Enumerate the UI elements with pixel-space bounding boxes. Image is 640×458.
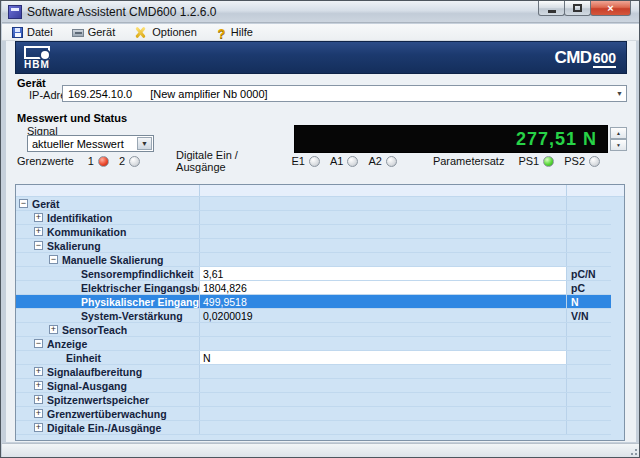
tree-row-value [200,407,567,420]
expand-icon[interactable]: + [34,213,43,222]
tree-row-ger-t[interactable]: −Gerät [16,197,611,211]
tree-row-kommunikation[interactable]: +Kommunikation [16,225,611,239]
menu-bar: DateiGerätOptionen?Hilfe [2,24,639,41]
status-led-row: Grenzwerte12Digitale Ein / AusgängeE1A1A… [17,154,636,168]
expand-icon[interactable]: + [34,409,43,418]
floppy-disk-icon [12,27,23,38]
tree-row-value[interactable]: N [200,351,567,364]
expand-icon[interactable]: + [34,367,43,376]
tree-row-skalierung[interactable]: −Skalierung [16,239,611,253]
collapse-icon[interactable]: − [19,199,28,208]
status-bar [2,443,639,457]
status-item-label: E1 [291,155,304,167]
tree-row-label: Sensorempfindlichkeit [81,268,194,280]
chevron-down-icon[interactable]: ▼ [137,137,152,150]
hbm-logo-text: HBM [24,59,50,70]
menu-item-datei[interactable]: Datei [8,25,60,40]
tree-row-elektrischer-eingangsbereich[interactable]: Elektrischer Eingangsbereich1804,826pC [16,281,611,295]
tree-row-unit [567,407,611,420]
expand-icon[interactable]: + [34,423,43,432]
tree-row-unit: N [567,295,611,308]
tree-row-unit [567,337,611,350]
tree-row-label: Skalierung [47,240,101,252]
status-item-a1: A1 [330,155,358,167]
tree-row-label: Signal-Ausgang [47,380,127,392]
tree-row-label: Anzeige [47,338,87,350]
title-bar[interactable]: Software Assistent CMD600 1.2.6.0 × [2,1,639,23]
minimize-icon [548,10,556,13]
status-item-ps2: PS2 [564,155,600,167]
close-button[interactable]: × [590,1,631,16]
led-off-icon [386,156,397,167]
menu-item-ger-t[interactable]: Gerät [68,25,123,40]
signal-select[interactable]: aktueller Messwert ▼ [27,135,154,152]
brand-banner: HBM CMD600 [15,41,627,74]
tree-row-signalaufbereitung[interactable]: +Signalaufbereitung [16,365,611,379]
tree-row-value [200,393,567,406]
expand-icon[interactable]: + [34,381,43,390]
collapse-icon[interactable]: − [34,241,43,250]
menu-item-label: Hilfe [231,26,253,38]
spin-up-icon[interactable]: ▲ [610,127,627,139]
tree-row-value [200,421,567,434]
tree-row-einheit[interactable]: EinheitN [16,351,611,365]
tree-row-value [200,239,567,252]
maximize-icon [573,4,582,12]
menu-item-label: Gerät [88,26,116,38]
status-item-label: 2 [119,155,125,167]
status-item-ps1: PS1 [518,155,554,167]
menu-item-optionen[interactable]: Optionen [130,25,204,40]
menu-item-hilfe[interactable]: ?Hilfe [212,25,260,40]
tree-row-value[interactable]: 499,9518 [200,295,567,308]
tree-row-label: Spitzenwertspeicher [47,394,149,406]
expand-icon[interactable]: + [49,325,58,334]
tree-row-unit: V/N [567,309,611,322]
tree-row-label: Kommunikation [47,226,126,238]
app-icon [8,5,22,19]
display-spinner: ▲ ▼ [610,127,627,151]
tree-row-anzeige[interactable]: −Anzeige [16,337,611,351]
chevron-down-icon[interactable]: ▼ [616,90,623,97]
tree-row-physikalischer-eingangsberei[interactable]: Physikalischer Eingangsberei499,9518N [16,295,611,309]
status-group-grenzwerte: Grenzwerte12 [17,155,150,167]
collapse-icon[interactable]: − [34,339,43,348]
maximize-button[interactable] [564,1,591,16]
status-group-parametersatz: ParametersatzPS1PS2 [433,155,610,167]
menu-item-label: Optionen [152,26,197,38]
tree-row-value [200,365,567,378]
tree-row-signal-ausgang[interactable]: +Signal-Ausgang [16,379,611,393]
tree-row-identifikation[interactable]: +Identifikation [16,211,611,225]
tree-row-value [200,197,567,210]
device-icon [72,29,84,37]
tree-row-manuelle-skalierung[interactable]: −Manuelle Skalierung [16,253,611,267]
expand-icon[interactable]: + [34,227,43,236]
client-area: HBM CMD600 Gerät IP-Adresse 169.254.10.0… [6,41,636,442]
tree-row-sensorteach[interactable]: +SensorTeach [16,323,611,337]
tree-row-grenzwert-berwachung[interactable]: +Grenzwertüberwachung [16,407,611,421]
tree-row-unit [567,393,611,406]
tree-row-value[interactable]: 3,61 [200,267,567,280]
ip-address-select[interactable]: 169.254.10.0 [New amplifier Nb 0000] ▼ [62,85,627,102]
tree-row-spitzenwertspeicher[interactable]: +Spitzenwertspeicher [16,393,611,407]
tree-row-digitale-ein-ausg-nge[interactable]: +Digitale Ein-/Ausgänge [16,421,611,435]
tree-row-value[interactable]: 1804,826 [200,281,567,294]
parameter-tree[interactable]: −Gerät+Identifikation+Kommunikation−Skal… [15,184,625,441]
tree-row-label: SensorTeach [62,324,127,336]
minimize-button[interactable] [538,1,565,16]
led-off-icon [129,156,140,167]
resize-grip-icon[interactable] [628,446,637,455]
tree-row-value: 0,0200019 [200,309,567,322]
tree-row-system-verst-rkung[interactable]: System-Verstärkung0,0200019V/N [16,309,611,323]
spin-down-icon[interactable]: ▼ [610,139,627,151]
tree-row-unit [567,239,611,252]
status-item-label: 1 [88,155,94,167]
tree-row-unit: pC/N [567,267,611,280]
collapse-icon[interactable]: − [49,255,58,264]
status-item-label: A2 [368,155,381,167]
tree-row-unit [567,379,611,392]
tree-row-sensorempfindlichkeit[interactable]: Sensorempfindlichkeit3,61pC/N [16,267,611,281]
status-item-label: A1 [330,155,343,167]
expand-icon[interactable]: + [34,395,43,404]
tree-row-label: Elektrischer Eingangsbereich [81,282,200,294]
tools-icon [134,26,148,38]
